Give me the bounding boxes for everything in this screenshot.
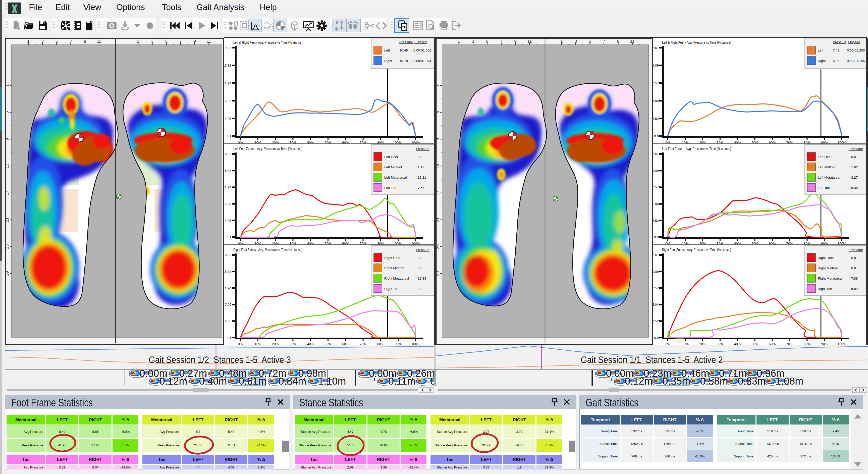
svg-text:Left Toe: Left Toe [818, 186, 830, 190]
svg-text:Left Metatarsal: Left Metatarsal [384, 176, 407, 179]
svg-text:0.1: 0.1 [226, 235, 231, 239]
svg-text:0.0: 0.0 [851, 266, 856, 270]
svg-text:8.8: 8.8 [418, 287, 423, 291]
svg-text:5.04: 5.04 [653, 303, 659, 307]
svg-text:15.88: 15.88 [224, 169, 231, 172]
svg-text:9: 9 [5, 138, 9, 140]
svg-text:25: 25 [5, 244, 9, 249]
svg-text:7.88: 7.88 [851, 277, 858, 280]
svg-text:Right Midfoot: Right Midfoot [818, 266, 838, 270]
svg-text:Left Midfoot: Left Midfoot [818, 165, 836, 169]
svg-text:Right Midfoot: Right Midfoot [384, 266, 404, 270]
svg-text:4.05: 4.05 [225, 117, 231, 121]
svg-text:0:00:01.203: 0:00:01.203 [847, 49, 865, 52]
svg-text:0.58m: 0.58m [700, 376, 728, 386]
svg-text:0.40m: 0.40m [199, 376, 227, 386]
svg-text:Gait Session 1/1 Stances 1-5: Gait Session 1/1 Stances 1-5 Active 2 [581, 355, 723, 365]
svg-text:Left & Right Feet - Avg. Press: Left & Right Feet - Avg. Pressure vs Tim… [662, 40, 731, 44]
svg-text:Right Toe: Right Toe [818, 287, 832, 291]
svg-text:0.37: 0.37 [430, 376, 434, 386]
svg-text:10.48: 10.48 [399, 49, 408, 52]
svg-text:7.42: 7.42 [833, 49, 839, 52]
svg-text:6.95: 6.95 [833, 59, 839, 63]
svg-text:6.38: 6.38 [851, 186, 858, 190]
svg-text:Left: Left [818, 49, 824, 52]
svg-text:1.17: 1.17 [418, 165, 424, 169]
svg-text:7.67: 7.67 [418, 186, 424, 190]
svg-text:Right Heel: Right Heel [384, 256, 400, 260]
svg-text:25: 25 [435, 244, 440, 249]
svg-text:0.11m: 0.11m [388, 376, 415, 386]
svg-text:1: 1 [435, 84, 440, 86]
svg-text:4.05: 4.05 [225, 319, 231, 323]
svg-text:13: 13 [5, 164, 9, 168]
svg-text:5: 5 [435, 111, 440, 113]
svg-text:0.1: 0.1 [226, 336, 231, 340]
svg-text:0.0: 0.0 [654, 336, 659, 340]
svg-text:11.94: 11.94 [224, 82, 231, 85]
svg-text:1.10m: 1.10m [318, 376, 346, 386]
svg-text:Right Metatarsal: Right Metatarsal [384, 277, 409, 280]
svg-text:29: 29 [5, 271, 9, 276]
svg-text:Left Heel: Left Heel [384, 155, 398, 159]
svg-text:0.61m: 0.61m [239, 376, 267, 386]
svg-text:0.0: 0.0 [851, 256, 856, 260]
svg-text:Pressure: Pressure [416, 248, 430, 252]
svg-text:0.12m: 0.12m [625, 376, 652, 386]
svg-text:1: 1 [5, 84, 9, 86]
svg-text:1.08m: 1.08m [775, 376, 803, 386]
svg-text:0.84m: 0.84m [278, 376, 306, 386]
svg-text:0.1: 0.1 [226, 134, 231, 138]
svg-text:11.94: 11.94 [224, 185, 231, 189]
svg-text:21: 21 [5, 218, 9, 222]
svg-text:Right Foot Zones - Avg. Pressu: Right Foot Zones - Avg. Pressure vs Time… [233, 247, 302, 252]
svg-text:0:00:01.074: 0:00:01.074 [413, 59, 432, 63]
svg-text:Left Foot Zones - Avg. Pressur: Left Foot Zones - Avg. Pressure vs Time … [662, 147, 731, 151]
svg-text:7.57: 7.57 [653, 286, 659, 290]
svg-text:9: 9 [435, 138, 440, 140]
svg-text:0.0: 0.0 [851, 155, 856, 159]
svg-text:5.04: 5.04 [653, 202, 659, 206]
svg-text:Left Metatarsal: Left Metatarsal [818, 176, 840, 179]
svg-text:Left Heel: Left Heel [818, 155, 831, 159]
svg-text:Gait Session 1/2 Stances 1-5: Gait Session 1/2 Stances 1-5 Active 3 [149, 355, 291, 365]
svg-text:Right Foot Zones - Avg. Pressu: Right Foot Zones - Avg. Pressure vs Time… [662, 247, 731, 252]
svg-text:0.12m: 0.12m [159, 376, 187, 386]
svg-text:0:00:01.156: 0:00:01.156 [847, 59, 865, 63]
svg-text:17: 17 [5, 191, 9, 195]
svg-text:29: 29 [435, 271, 440, 276]
svg-text:2.52: 2.52 [653, 319, 659, 323]
svg-text:7.57: 7.57 [653, 185, 659, 189]
svg-text:11.94: 11.94 [224, 286, 231, 290]
svg-text:0.0: 0.0 [418, 155, 423, 159]
svg-text:19.83: 19.83 [224, 152, 231, 156]
svg-text:Right: Right [818, 59, 826, 63]
svg-text:0.0: 0.0 [418, 266, 423, 270]
svg-text:21: 21 [435, 218, 440, 222]
svg-text:0.83m: 0.83m [738, 376, 766, 386]
svg-text:Pressure: Pressure [849, 147, 863, 151]
svg-text:5.82: 5.82 [851, 287, 858, 291]
svg-text:10.09: 10.09 [653, 64, 659, 67]
svg-text:12.61: 12.61 [653, 152, 659, 156]
svg-text:0:00:01.062: 0:00:01.062 [413, 49, 431, 52]
svg-text:Left Midfoot: Left Midfoot [384, 165, 402, 169]
svg-text:0.35m: 0.35m [662, 376, 690, 386]
svg-text:5: 5 [5, 111, 9, 113]
svg-text:7.99: 7.99 [225, 99, 231, 103]
svg-text:Pressure: Pressure [849, 248, 863, 252]
svg-text:19.83: 19.83 [224, 46, 231, 50]
svg-text:19.83: 19.83 [224, 253, 231, 257]
svg-text:0.0: 0.0 [654, 134, 659, 138]
svg-text:12.83: 12.83 [418, 277, 426, 280]
svg-text:7.57: 7.57 [653, 82, 659, 85]
svg-text:17: 17 [435, 191, 440, 195]
svg-text:Elapsed: Elapsed [414, 40, 427, 44]
svg-text:0.0: 0.0 [418, 256, 423, 260]
svg-text:10.09: 10.09 [653, 270, 659, 274]
svg-text:Left Toe: Left Toe [384, 186, 396, 190]
svg-text:4.05: 4.05 [225, 219, 231, 223]
svg-text:10.78: 10.78 [399, 59, 408, 63]
svg-text:0.0: 0.0 [654, 235, 659, 239]
svg-text:15.88: 15.88 [224, 270, 231, 274]
